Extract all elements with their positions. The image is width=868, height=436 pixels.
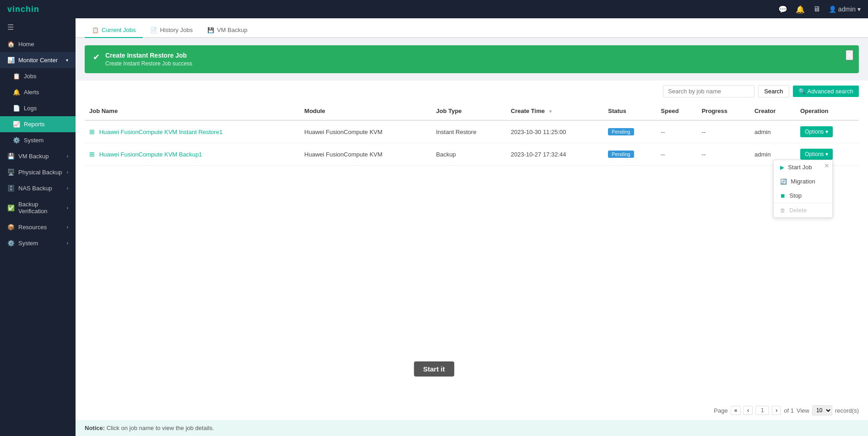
tab-vm-backup[interactable]: 💾 VM Backup: [200, 23, 255, 38]
cell-speed: --: [656, 143, 697, 166]
cell-status: Pending: [603, 143, 656, 166]
delete-icon: 🗑: [780, 207, 786, 214]
dropdown-item-migration[interactable]: 🔄 Migration: [774, 174, 832, 188]
toast-close-button[interactable]: ✕: [846, 50, 853, 60]
tab-current-jobs[interactable]: 📋 Current Jobs: [85, 23, 143, 38]
monitor-icon: 📊: [7, 57, 15, 64]
dropdown-wrapper: Options ▾ ✕ ▶ Start Job: [800, 149, 833, 160]
sidebar-item-vm-backup[interactable]: 💾 VM Backup ›: [0, 148, 76, 164]
topbar-right: 💬 🔔 🖥 👤 admin ▾: [778, 5, 861, 14]
migration-icon: 🔄: [780, 178, 787, 185]
col-create-time[interactable]: Create Time ▼: [506, 102, 603, 120]
options-chevron-icon: ▾: [825, 129, 828, 135]
history-jobs-tab-icon: 📄: [150, 27, 157, 33]
topbar: vinchin 💬 🔔 🖥 👤 admin ▾: [0, 0, 868, 18]
home-icon: 🏠: [7, 41, 15, 48]
search-button[interactable]: Search: [758, 85, 789, 97]
reports-icon: 📈: [13, 121, 20, 128]
sidebar-item-jobs[interactable]: 📋 Jobs: [0, 68, 76, 84]
toast-content: Create Instant Restore Job Create Instan…: [105, 52, 192, 67]
col-module: Module: [300, 102, 432, 120]
stop-icon: ⏹: [780, 193, 786, 199]
job-name-link[interactable]: Huawei FusionCompute KVM Instant Restore…: [99, 129, 223, 135]
sidebar-item-home[interactable]: 🏠 Home: [0, 36, 76, 52]
sidebar-item-system-sub[interactable]: ⚙️ System: [0, 132, 76, 148]
vm-backup-tab-icon: 💾: [207, 27, 214, 33]
sidebar-item-label: Logs: [24, 105, 37, 112]
system-sub-icon: ⚙️: [13, 137, 20, 144]
sidebar-item-label: NAS Backup: [18, 185, 52, 192]
dropdown-item-label: Stop: [789, 192, 802, 199]
table-row: ⊞ Huawei FusionCompute KVM Backup1 Huawe…: [85, 143, 859, 166]
options-button-row1[interactable]: Options ▾: [800, 126, 833, 137]
chevron-right-icon2: ›: [67, 170, 68, 175]
sort-icon[interactable]: ▼: [548, 109, 553, 114]
options-button-row2[interactable]: Options ▾: [800, 149, 833, 160]
status-badge2: Pending: [608, 151, 634, 158]
job-name-link2[interactable]: Huawei FusionCompute KVM Backup1: [99, 151, 202, 158]
search-bar: Search 🔍 Advanced search: [76, 81, 868, 102]
sidebar-toggle[interactable]: ☰: [0, 18, 76, 36]
sidebar-item-alerts[interactable]: 🔔 Alerts: [0, 84, 76, 100]
records-label: record(s): [835, 407, 859, 414]
tab-history-jobs[interactable]: 📄 History Jobs: [143, 23, 200, 38]
cell-job-name: ⊞ Huawei FusionCompute KVM Instant Resto…: [85, 120, 300, 143]
tab-label: VM Backup: [217, 27, 247, 33]
pagination-bar: Page « ‹ 1 › of 1 View 10 20 50 record(s…: [76, 401, 868, 420]
sidebar-item-reports[interactable]: 📈 Reports: [0, 116, 76, 132]
sidebar-item-monitor-center[interactable]: 📊 Monitor Center ▾: [0, 52, 76, 68]
per-page-select[interactable]: 10 20 50: [812, 405, 832, 415]
notice-label: Notice:: [85, 425, 105, 431]
col-job-name: Job Name: [85, 102, 300, 120]
dropdown-menu: ✕ ▶ Start Job 🔄 Migration: [773, 160, 833, 218]
start-job-icon: ▶: [780, 164, 784, 171]
next-page-button[interactable]: ›: [772, 406, 781, 415]
toast-notification: ✔ Create Instant Restore Job Create Inst…: [85, 45, 859, 73]
toast-title: Create Instant Restore Job: [105, 52, 192, 59]
cell-job-type: Backup: [431, 143, 506, 166]
options-label: Options: [805, 129, 824, 135]
username: admin: [838, 5, 856, 13]
sidebar-item-label: Reports: [24, 121, 45, 128]
sidebar-item-label: Resources: [18, 224, 47, 231]
col-operation: Operation: [796, 102, 859, 120]
col-status: Status: [603, 102, 656, 120]
search-input[interactable]: [663, 85, 754, 97]
row-expand-btn[interactable]: ⊞: [89, 128, 95, 135]
display-icon[interactable]: 🖥: [813, 5, 820, 13]
dropdown-close-button[interactable]: ✕: [824, 162, 830, 169]
sidebar-item-label: Home: [18, 41, 34, 48]
sidebar-item-backup-verification[interactable]: ✅ Backup Verification ›: [0, 196, 76, 219]
chevron-right-icon6: ›: [67, 241, 68, 246]
first-page-button[interactable]: «: [731, 406, 741, 415]
advanced-search-button[interactable]: 🔍 Advanced search: [793, 86, 859, 97]
dropdown-item-stop[interactable]: ⏹ Stop: [774, 188, 832, 203]
comment-icon[interactable]: 💬: [778, 5, 787, 14]
dropdown-item-label: Start Job: [788, 164, 812, 171]
bell-icon[interactable]: 🔔: [796, 5, 805, 14]
cell-speed: --: [656, 120, 697, 143]
jobs-table-container: Job Name Module Job Type Create Time ▼: [76, 102, 868, 401]
sidebar-item-system[interactable]: ⚙️ System ›: [0, 235, 76, 251]
cell-create-time: 2023-10-30 11:25:00: [506, 120, 603, 143]
cell-create-time: 2023-10-27 17:32:44: [506, 143, 603, 166]
sidebar-item-label: Alerts: [24, 89, 39, 96]
sidebar-item-logs[interactable]: 📄 Logs: [0, 100, 76, 116]
col-creator: Creator: [750, 102, 796, 120]
sidebar-item-nas-backup[interactable]: 🗄️ NAS Backup ›: [0, 180, 76, 196]
sidebar-item-label: Jobs: [24, 73, 36, 80]
sidebar-item-physical-backup[interactable]: 🖥️ Physical Backup ›: [0, 164, 76, 180]
prev-page-button[interactable]: ‹: [743, 406, 753, 415]
advanced-search-icon: 🔍: [798, 88, 806, 95]
toast-body: Create Instant Restore Job success: [105, 60, 192, 67]
current-jobs-tab-icon: 📋: [92, 27, 99, 33]
sidebar-item-resources[interactable]: 📦 Resources ›: [0, 219, 76, 235]
tab-label: Current Jobs: [102, 27, 136, 33]
user-menu[interactable]: 👤 admin ▾: [829, 5, 861, 13]
system-icon: ⚙️: [7, 240, 15, 247]
cell-operation[interactable]: Options ▾ ✕ ▶ Start Job: [796, 143, 859, 166]
row-expand-btn2[interactable]: ⊞: [89, 151, 95, 158]
logs-icon: 📄: [13, 105, 20, 112]
cell-job-type: Instant Restore: [431, 120, 506, 143]
dropdown-item-start-job[interactable]: ▶ Start Job: [774, 160, 832, 174]
